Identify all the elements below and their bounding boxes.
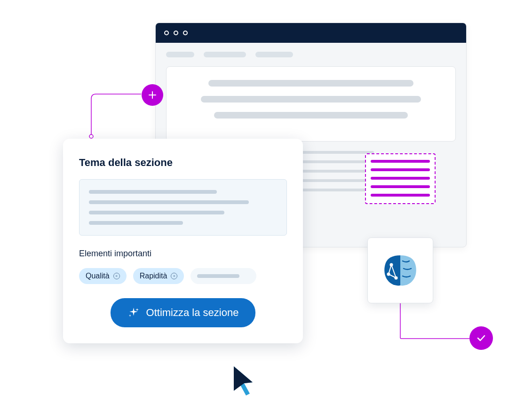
chip-add-placeholder[interactable] [191, 268, 256, 284]
chip-placeholder-line [197, 274, 239, 278]
sparkle-icon [127, 307, 140, 319]
tab-placeholder [204, 52, 246, 57]
chip-label: Rapidità [140, 272, 167, 280]
window-control-dot [174, 31, 178, 35]
popup-subtitle: Elementi importanti [79, 249, 287, 259]
popup-title: Tema della sezione [79, 157, 287, 169]
highlight-line [371, 185, 430, 188]
highlight-line [371, 168, 430, 171]
window-control-dot [164, 31, 169, 35]
highlight-line [371, 194, 430, 197]
button-label: Ottimizza la sezione [146, 307, 239, 319]
check-icon [476, 332, 487, 344]
chip-remove-icon[interactable]: × [113, 273, 120, 279]
optimize-section-button[interactable]: Ottimizza la sezione [111, 298, 256, 327]
plus-icon [148, 90, 157, 100]
add-badge[interactable] [142, 84, 163, 106]
textarea-placeholder-line [89, 221, 183, 225]
svg-point-0 [89, 134, 93, 138]
ai-brain-card [367, 237, 433, 303]
optimize-popup: Tema della sezione Elementi importanti Q… [63, 139, 303, 343]
chip-remove-icon[interactable]: × [171, 273, 177, 279]
brain-icon [379, 252, 421, 289]
content-placeholder-line [201, 96, 421, 103]
browser-content-card [166, 66, 456, 142]
content-placeholder-line [214, 112, 408, 119]
highlight-line [371, 177, 430, 180]
section-topic-input[interactable] [79, 179, 287, 236]
browser-titlebar [156, 23, 466, 43]
complete-badge [469, 326, 493, 350]
textarea-placeholder-line [89, 200, 249, 204]
textarea-placeholder-line [89, 190, 217, 194]
textarea-placeholder-line [89, 211, 224, 214]
cursor-icon [230, 364, 258, 397]
window-control-dot [183, 31, 188, 35]
browser-tabs [156, 43, 466, 66]
tab-placeholder [255, 52, 293, 57]
chips-row: Qualità × Rapidità × [79, 268, 287, 284]
chip-quality[interactable]: Qualità × [79, 268, 127, 284]
highlight-line [371, 160, 430, 163]
chip-label: Qualità [86, 272, 110, 280]
tab-placeholder [166, 52, 194, 57]
chip-speed[interactable]: Rapidità × [133, 268, 184, 284]
content-placeholder-line [208, 80, 413, 87]
selected-section-highlight[interactable] [365, 153, 436, 204]
